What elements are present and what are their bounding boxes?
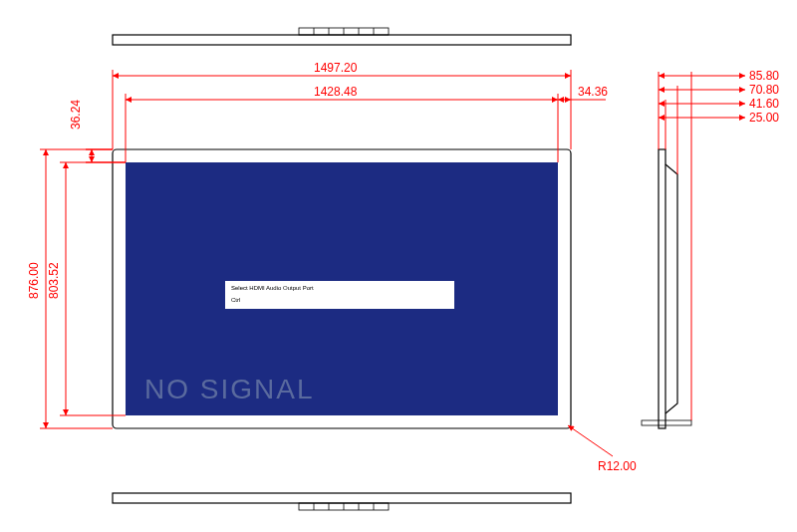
depth-dimensions: 85.80 70.80 41.60 25.00 — [659, 69, 779, 420]
dim-overall-height: 876.00 — [27, 262, 41, 299]
svg-rect-0 — [113, 35, 571, 45]
dim-depth-c: 41.60 — [749, 97, 779, 111]
side-view — [642, 149, 691, 428]
technical-drawing: 85.80 70.80 41.60 25.00 NO SIGNAL Select… — [0, 0, 797, 532]
dim-top-bezel: 36.24 — [69, 100, 83, 130]
dim-depth-b: 70.80 — [749, 83, 779, 97]
popup-line1: Select HDMI Audio Output Port — [231, 285, 314, 291]
no-signal-text: NO SIGNAL — [144, 374, 314, 404]
popup-line2: Ctrl — [231, 297, 240, 303]
svg-line-42 — [568, 425, 613, 456]
svg-rect-14 — [659, 149, 665, 428]
dim-active-width: 1428.48 — [314, 85, 358, 99]
dim-depth-d: 25.00 — [749, 111, 779, 125]
dim-corner-radius: R12.00 — [598, 459, 637, 473]
corner-radius: R12.00 — [568, 425, 637, 473]
svg-rect-7 — [113, 493, 571, 503]
dim-overall-width: 1497.20 — [314, 61, 358, 75]
dim-side-bezel: 34.36 — [578, 85, 608, 99]
svg-rect-15 — [642, 420, 691, 425]
dim-active-height: 803.52 — [47, 262, 61, 299]
dim-depth-a: 85.80 — [749, 69, 779, 83]
vert-dimensions: 876.00 803.52 — [27, 149, 126, 428]
front-view: NO SIGNAL Select HDMI Audio Output Port … — [113, 149, 571, 428]
bottom-view — [113, 493, 571, 510]
horiz-dimensions: 1497.20 1428.48 34.36 36.24 — [69, 61, 608, 162]
top-view — [113, 28, 571, 45]
